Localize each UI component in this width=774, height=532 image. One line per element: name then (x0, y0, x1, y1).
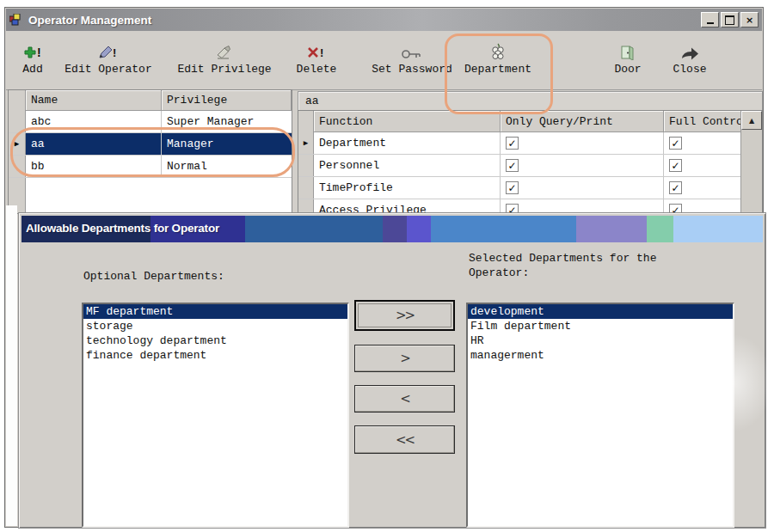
set-password-icon (401, 38, 423, 60)
move-left-button[interactable]: < (354, 385, 455, 413)
column-header-function[interactable]: Function (314, 111, 501, 132)
checkbox[interactable]: ✓ (506, 159, 519, 172)
window-title: Operator Management (28, 14, 151, 27)
row-selector (9, 156, 26, 177)
toolbar-button-door[interactable]: Door (604, 38, 652, 76)
edit-operator-icon: ! (98, 38, 119, 60)
only-query-print-cell: ✓ (501, 155, 664, 176)
toolbar-button-close[interactable]: Close (659, 38, 721, 76)
toolbar-button-edit-operator[interactable]: !Edit Operator (52, 38, 165, 76)
optional-department-item[interactable]: finance department (83, 348, 347, 363)
titlebar-segment (407, 216, 431, 242)
operators-table: Name Privilege abcSuper Manager▶aaManage… (8, 89, 292, 214)
titlebar-segment (383, 216, 407, 242)
row-selector-header (9, 90, 26, 111)
svg-text:!: ! (320, 46, 323, 59)
row-selector (298, 177, 314, 199)
delete-icon: ! (306, 38, 327, 60)
checkbox[interactable]: ✓ (506, 181, 519, 194)
door-icon (618, 38, 637, 60)
privileges-table: Function Only Query/Print Full Contro ▶D… (298, 110, 763, 212)
minimize-icon (707, 15, 714, 24)
function-row[interactable]: Personnel✓✓ (298, 155, 762, 177)
function-row[interactable]: ▶Department✓✓ (298, 132, 762, 155)
optional-departments-label: Optional Departments: (83, 270, 224, 283)
toolbar-label: Add (22, 63, 42, 76)
function-name-cell: Personnel (314, 155, 501, 176)
department-icon (488, 38, 507, 60)
selected-department-item[interactable]: Film department (468, 319, 733, 333)
operator-management-window: Operator Management × !Add!Edit Operator… (4, 7, 764, 528)
operator-row[interactable]: abcSuper Manager (9, 111, 292, 133)
checkbox[interactable]: ✓ (669, 181, 682, 194)
selected-department-item[interactable]: managerment (468, 348, 733, 363)
close-window-button[interactable]: × (740, 12, 759, 28)
selected-department-item[interactable]: HR (468, 333, 733, 348)
optional-department-item[interactable]: MF department (83, 304, 347, 319)
move-right-button[interactable]: > (354, 345, 455, 372)
only-query-print-cell: ✓ (501, 199, 664, 212)
operator-privilege-cell: Super Manager (162, 111, 292, 132)
maximize-icon (725, 15, 734, 25)
row-selector (298, 155, 314, 176)
only-query-print-cell: ✓ (501, 177, 664, 199)
titlebar-segment (647, 216, 673, 242)
optional-departments-list[interactable]: MF departmentstoragetechnology departmen… (82, 303, 349, 528)
scrollbar-up-button[interactable]: ▲ (741, 111, 762, 130)
privileges-panel: aa Function Only Query/Print Full Contro… (298, 91, 763, 212)
svg-text:!: ! (113, 46, 116, 59)
operator-privilege-cell: Manager (162, 133, 292, 155)
toolbar-button-edit-privilege[interactable]: Edit Privilege (167, 38, 282, 76)
operator-name-cell: abc (26, 111, 162, 132)
checkbox[interactable]: ✓ (506, 137, 519, 150)
toolbar-label: Set Password (372, 63, 452, 76)
optional-department-item[interactable]: storage (83, 319, 347, 333)
function-name-cell: Access Privilege (314, 199, 501, 212)
checkbox[interactable]: ✓ (669, 204, 682, 212)
column-header-only-query-print[interactable]: Only Query/Print (501, 111, 664, 132)
svg-text:!: ! (37, 46, 41, 59)
toolbar-label: Edit Privilege (177, 63, 271, 76)
privileges-table-header: Function Only Query/Print Full Contro (298, 111, 762, 132)
selected-departments-list[interactable]: developmentFilm departmentHRmanagerment (466, 303, 734, 528)
function-row[interactable]: Access Privilege✓✓ (298, 199, 762, 212)
checkbox[interactable]: ✓ (669, 159, 682, 172)
privileges-caption: aa (298, 91, 763, 110)
minimize-button[interactable] (701, 12, 719, 28)
function-name-cell: Department (314, 132, 501, 154)
selected-departments-label: Selected Departments for the Operator: (469, 251, 679, 280)
operator-row[interactable]: ▶aaManager (9, 133, 292, 156)
titlebar-segment (431, 216, 576, 242)
operator-row[interactable]: bbNormal (9, 156, 292, 178)
privileges-scrollbar[interactable]: ▲ (740, 111, 762, 212)
toolbar: !Add!Edit OperatorEdit Privilege!DeleteS… (6, 31, 762, 90)
app-icon (9, 14, 23, 27)
move-all-left-button[interactable]: << (354, 425, 455, 454)
row-selector (9, 111, 26, 132)
toolbar-label: Close (673, 63, 706, 76)
dialog-title: Allowable Departments for Operator (26, 222, 219, 235)
toolbar-label: Edit Operator (64, 63, 151, 76)
toolbar-label: Delete (297, 63, 337, 76)
row-selector-header (298, 111, 314, 132)
titlebar-segment (673, 216, 763, 242)
window-titlebar: Operator Management × (6, 9, 762, 31)
maximize-button[interactable] (721, 12, 739, 28)
operator-name-cell: aa (26, 133, 162, 155)
toolbar-button-delete[interactable]: !Delete (282, 38, 351, 76)
only-query-print-cell: ✓ (501, 132, 664, 154)
arrow-up-icon: ▲ (749, 117, 754, 125)
selected-department-item[interactable]: development (468, 304, 733, 319)
optional-department-item[interactable]: technology department (83, 333, 347, 348)
checkbox[interactable]: ✓ (669, 137, 682, 150)
toolbar-label: Department (464, 63, 531, 76)
operators-table-header: Name Privilege (9, 90, 292, 111)
column-header-name[interactable]: Name (26, 90, 162, 111)
function-row[interactable]: TimeProfile✓✓ (298, 177, 762, 199)
window-controls: × (701, 12, 759, 28)
column-header-privilege[interactable]: Privilege (162, 90, 292, 111)
checkbox[interactable]: ✓ (506, 204, 519, 212)
move-all-right-button[interactable]: >> (354, 300, 455, 331)
toolbar-button-department[interactable]: Department (452, 38, 544, 76)
toolbar-button-add[interactable]: !Add (14, 38, 52, 76)
